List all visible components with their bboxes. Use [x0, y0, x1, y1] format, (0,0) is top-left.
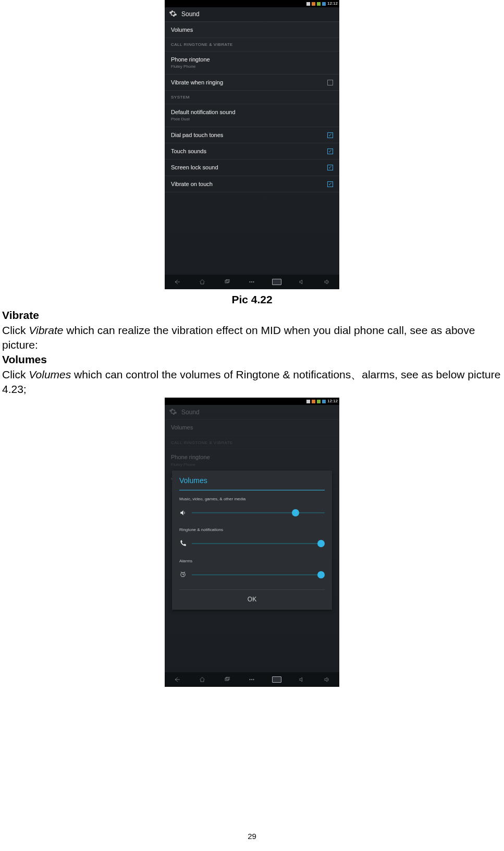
heading-volumes: Volumes: [2, 352, 502, 367]
battery-icon: [317, 2, 321, 6]
dialog-title: Volumes: [179, 476, 325, 490]
checkbox-unchecked-icon[interactable]: [327, 80, 333, 85]
row-label: Screen lock sound: [171, 164, 218, 171]
slider-ringtone: Ringtone & notifications: [179, 527, 325, 551]
svg-point-3: [252, 281, 253, 282]
status-time: 12:12: [327, 399, 338, 404]
slider-thumb[interactable]: [292, 509, 299, 516]
slider-label: Alarms: [179, 559, 325, 564]
row-vibrate-ringing[interactable]: Vibrate when ringing: [165, 75, 339, 91]
volume-up-button[interactable]: [321, 676, 333, 683]
checkbox-checked-icon[interactable]: ✓: [327, 181, 333, 187]
slider-thumb[interactable]: [317, 571, 325, 578]
svg-point-9: [252, 680, 253, 681]
svg-rect-6: [225, 678, 228, 681]
screen-title: Sound: [181, 10, 200, 18]
home-button[interactable]: [196, 676, 208, 683]
screenshot-sound-settings: 12:12 Sound Volumes CALL RINGTONE & VIBR…: [165, 0, 339, 289]
svg-rect-7: [226, 677, 229, 680]
screen-title: Sound: [181, 408, 200, 416]
slider-media: Music, video, games, & other media: [179, 497, 325, 520]
text: Click: [2, 368, 29, 380]
row-dial-pad-tones[interactable]: Dial pad touch tones ✓: [165, 127, 339, 143]
settings-icon: [169, 405, 177, 420]
row-label: Vibrate when ringing: [171, 79, 223, 86]
svg-rect-0: [225, 280, 228, 283]
battery-icon: [317, 400, 321, 403]
row-volumes[interactable]: Volumes: [165, 22, 339, 38]
ok-button[interactable]: OK: [179, 589, 325, 603]
slider-thumb[interactable]: [317, 540, 325, 547]
speaker-icon: [179, 505, 187, 520]
volume-up-button[interactable]: [321, 278, 333, 286]
slider-label: Ringtone & notifications: [179, 527, 325, 533]
row-label: Default notification sound: [171, 109, 236, 116]
row-sublabel: Flutey Phone: [171, 462, 210, 468]
checkbox-checked-icon[interactable]: ✓: [327, 132, 333, 138]
recent-apps-button[interactable]: [222, 278, 233, 286]
phone-icon: [179, 536, 187, 551]
row-label: Dial pad touch tones: [171, 132, 223, 139]
section-header-ringtone: CALL RINGTONE & VIBRATE: [165, 38, 339, 52]
row-label: Volumes: [171, 424, 193, 431]
signal-icon: [322, 400, 326, 403]
row-screen-lock-sound[interactable]: Screen lock sound ✓: [165, 159, 339, 176]
checkbox-checked-icon[interactable]: ✓: [327, 165, 333, 170]
signal-icon: [322, 2, 326, 6]
row-sublabel: Pixie Dust: [171, 117, 236, 122]
svg-point-2: [250, 281, 251, 282]
row-touch-sounds[interactable]: Touch sounds ✓: [165, 143, 339, 159]
checkbox-checked-icon[interactable]: ✓: [327, 149, 333, 154]
row-label: Volumes: [171, 27, 193, 33]
section-header-ringtone: CALL RINGTONE & VIBRATE: [165, 436, 339, 450]
section-header-system: SYSTEM: [165, 91, 339, 104]
slider-track[interactable]: [192, 543, 325, 544]
text-italic: Vibrate: [29, 324, 63, 336]
text: which can control the volumes of Rington…: [2, 368, 500, 395]
status-time: 12:12: [327, 1, 338, 7]
title-bar: Sound: [165, 405, 339, 420]
status-bar: 12:12: [165, 398, 339, 405]
slider-track[interactable]: [192, 574, 325, 575]
settings-list: Volumes CALL RINGTONE & VIBRATE Phone ri…: [165, 22, 339, 192]
title-bar: Sound: [165, 7, 339, 22]
volume-down-button[interactable]: [296, 676, 308, 683]
row-volumes: Volumes: [165, 420, 339, 436]
slider-track[interactable]: [192, 512, 325, 513]
back-button[interactable]: [171, 676, 183, 683]
document-text: Vibrate Click Vibrate which can realize …: [0, 308, 504, 397]
back-button[interactable]: [171, 278, 183, 286]
volumes-dialog: Volumes Music, video, games, & other med…: [172, 471, 332, 610]
row-label: Phone ringtone: [171, 454, 210, 461]
page-number: 29: [0, 831, 504, 842]
status-bar: 12:12: [165, 0, 339, 7]
paragraph-volumes: Click Volumes which can control the volu…: [2, 367, 502, 397]
text: Click: [2, 324, 29, 336]
volume-down-button[interactable]: [296, 278, 308, 286]
slider-label: Music, video, games, & other media: [179, 497, 325, 502]
status-indicator-icon: [312, 2, 315, 6]
screenshot-volumes-dialog: 12:12 Sound Volumes CALL RINGTONE & VIBR…: [165, 398, 339, 687]
home-button[interactable]: [196, 278, 208, 286]
menu-button[interactable]: [246, 278, 257, 286]
menu-button[interactable]: [246, 676, 257, 683]
screenshot-button[interactable]: [271, 676, 282, 683]
figure-caption: Pic 4.22: [0, 292, 504, 307]
row-default-notification[interactable]: Default notification sound Pixie Dust: [165, 104, 339, 127]
text-italic: Volumes: [29, 368, 71, 380]
row-sublabel: Flutey Phone: [171, 64, 210, 70]
settings-icon: [169, 7, 177, 21]
row-vibrate-on-touch[interactable]: Vibrate on touch ✓: [165, 176, 339, 192]
screenshot-button[interactable]: [271, 278, 282, 286]
navigation-bar: [165, 275, 339, 289]
row-phone-ringtone[interactable]: Phone ringtone Flutey Phone: [165, 52, 339, 75]
row-phone-ringtone: Phone ringtone Flutey Phone: [165, 449, 339, 472]
status-indicator-icon: [312, 400, 315, 403]
svg-point-8: [250, 680, 251, 681]
recent-apps-button[interactable]: [222, 676, 233, 683]
svg-point-10: [253, 680, 254, 681]
tablet-icon: [306, 2, 310, 6]
paragraph-vibrate: Click Vibrate which can realize the vibr…: [2, 323, 502, 353]
svg-point-4: [253, 281, 254, 282]
row-label: Vibrate on touch: [171, 181, 213, 188]
